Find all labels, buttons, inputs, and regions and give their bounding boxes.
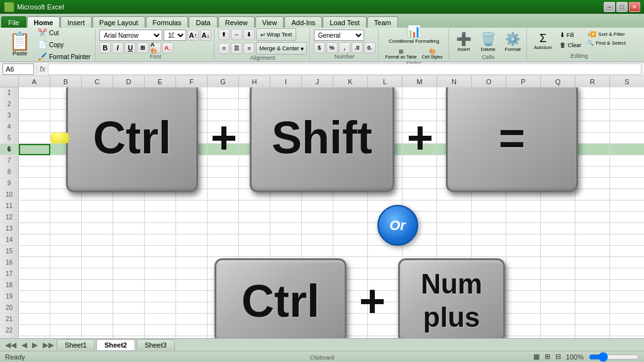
cell-L4[interactable]: [368, 121, 402, 133]
cell-S17[interactable]: [610, 268, 644, 280]
decrease-decimal-button[interactable]: 0.: [364, 42, 375, 53]
cell-A2[interactable]: [19, 99, 50, 110]
cell-S20[interactable]: [610, 302, 644, 314]
cell-B14[interactable]: [50, 234, 82, 246]
cell-J23[interactable]: [302, 336, 333, 338]
cell-P4[interactable]: [506, 121, 541, 133]
cell-L14[interactable]: [368, 234, 402, 246]
cell-J17[interactable]: [302, 268, 333, 280]
cell-M22[interactable]: [402, 325, 437, 336]
cell-P18[interactable]: [506, 280, 541, 291]
cell-M17[interactable]: [402, 268, 437, 280]
row-number-16[interactable]: 16: [0, 257, 18, 268]
cell-R7[interactable]: [575, 155, 610, 167]
cell-D4[interactable]: [113, 121, 145, 133]
row-number-1[interactable]: 1: [0, 87, 18, 99]
cell-K21[interactable]: [333, 314, 368, 325]
cell-L9[interactable]: [368, 178, 402, 189]
cell-O17[interactable]: [472, 268, 506, 280]
cell-E5[interactable]: [145, 133, 176, 144]
cell-G13[interactable]: [208, 223, 239, 234]
cell-G2[interactable]: [208, 99, 239, 110]
cell-K20[interactable]: [333, 302, 368, 314]
cell-D21[interactable]: [113, 314, 145, 325]
cell-I19[interactable]: [270, 291, 302, 302]
cell-B7[interactable]: [50, 155, 82, 167]
cell-J8[interactable]: [302, 167, 333, 178]
cell-K14[interactable]: [333, 234, 368, 246]
cell-M21[interactable]: [402, 314, 437, 325]
align-center-button[interactable]: ☰: [231, 43, 242, 54]
cell-A1[interactable]: [19, 87, 50, 99]
cell-M19[interactable]: [402, 291, 437, 302]
cell-K16[interactable]: [333, 257, 368, 268]
cell-A7[interactable]: [19, 155, 50, 167]
cell-S12[interactable]: [610, 212, 644, 223]
cell-E11[interactable]: [145, 200, 176, 212]
cell-B11[interactable]: [50, 200, 82, 212]
cell-Q10[interactable]: [541, 189, 575, 200]
cell-D6[interactable]: [113, 144, 145, 155]
cell-M9[interactable]: [402, 178, 437, 189]
cell-G7[interactable]: [208, 155, 239, 167]
cell-B8[interactable]: [50, 167, 82, 178]
cell-A19[interactable]: [19, 291, 50, 302]
cell-Q13[interactable]: [541, 223, 575, 234]
cell-O11[interactable]: [472, 200, 506, 212]
tab-load-test[interactable]: Load Test: [323, 16, 367, 28]
cell-G5[interactable]: [208, 133, 239, 144]
cell-K3[interactable]: [333, 110, 368, 121]
cell-O1[interactable]: [472, 87, 506, 99]
cell-I14[interactable]: [270, 234, 302, 246]
cell-D22[interactable]: [113, 325, 145, 336]
cell-C4[interactable]: [82, 121, 113, 133]
cell-R13[interactable]: [575, 223, 610, 234]
cell-O4[interactable]: [472, 121, 506, 133]
cell-O6[interactable]: [472, 144, 506, 155]
cell-N19[interactable]: [437, 291, 472, 302]
cell-R11[interactable]: [575, 200, 610, 212]
cell-J20[interactable]: [302, 302, 333, 314]
cell-D11[interactable]: [113, 200, 145, 212]
cell-H16[interactable]: [239, 257, 270, 268]
cell-J18[interactable]: [302, 280, 333, 291]
cell-E6[interactable]: [145, 144, 176, 155]
cell-G18[interactable]: [208, 280, 239, 291]
cell-D12[interactable]: [113, 212, 145, 223]
cell-C9[interactable]: [82, 178, 113, 189]
cell-D3[interactable]: [113, 110, 145, 121]
cell-S11[interactable]: [610, 200, 644, 212]
cell-S14[interactable]: [610, 234, 644, 246]
sheet-nav-next[interactable]: ▶: [30, 341, 40, 349]
cell-B2[interactable]: [50, 99, 82, 110]
cell-F6[interactable]: [176, 144, 208, 155]
tab-home[interactable]: Home: [27, 16, 60, 28]
cell-I21[interactable]: [270, 314, 302, 325]
cell-N17[interactable]: [437, 268, 472, 280]
cell-F7[interactable]: [176, 155, 208, 167]
cell-C8[interactable]: [82, 167, 113, 178]
cell-B4[interactable]: [50, 121, 82, 133]
cell-O19[interactable]: [472, 291, 506, 302]
cell-G4[interactable]: [208, 121, 239, 133]
cell-M3[interactable]: [402, 110, 437, 121]
cell-H2[interactable]: [239, 99, 270, 110]
cell-M7[interactable]: [402, 155, 437, 167]
cell-H19[interactable]: [239, 291, 270, 302]
cell-S13[interactable]: [610, 223, 644, 234]
cell-G1[interactable]: [208, 87, 239, 99]
cell-S10[interactable]: [610, 189, 644, 200]
cell-L7[interactable]: [368, 155, 402, 167]
tab-review[interactable]: Review: [218, 16, 255, 28]
cell-S1[interactable]: [610, 87, 644, 99]
cell-D13[interactable]: [113, 223, 145, 234]
cell-F10[interactable]: [176, 189, 208, 200]
cell-N10[interactable]: [437, 189, 472, 200]
cell-N3[interactable]: [437, 110, 472, 121]
cell-C1[interactable]: [82, 87, 113, 99]
sheet-nav-left[interactable]: ◀◀: [3, 341, 19, 349]
tab-formulas[interactable]: Formulas: [146, 16, 189, 28]
cell-N22[interactable]: [437, 325, 472, 336]
sheet-nav-right[interactable]: ▶▶: [40, 341, 57, 349]
cell-E2[interactable]: [145, 99, 176, 110]
